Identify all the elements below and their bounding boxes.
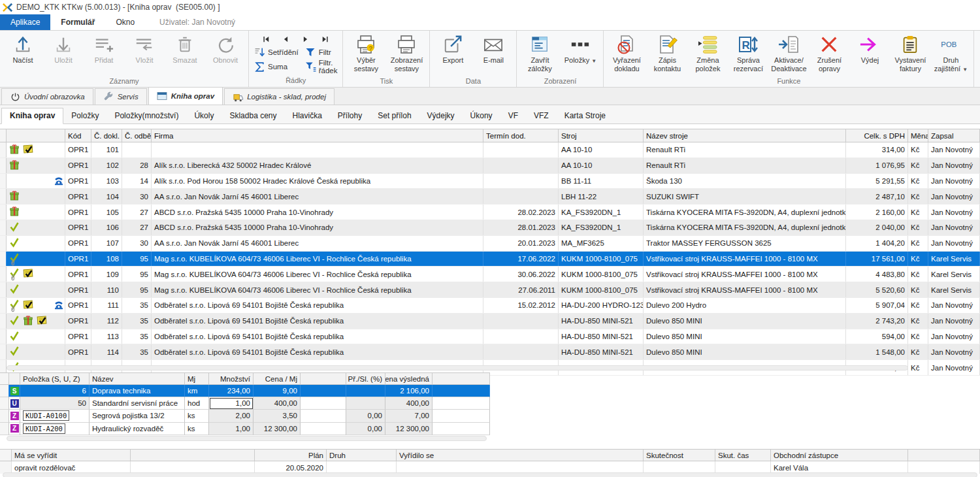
cell-stroj[interactable]: HA-DU-200 HYDRO-123 [559,298,644,313]
cell-kod[interactable]: OPR1 [65,282,91,297]
sub-tab-polo-ky[interactable]: Položky [63,108,106,123]
filter-row-button[interactable]: Filtr. řádek [305,59,338,74]
cell-termin[interactable] [483,142,559,157]
cell-odber[interactable]: 95 [122,267,152,282]
cell-odber[interactable]: 35 [122,314,152,329]
col-plan[interactable]: Plán [255,450,327,461]
sub-tab-set-p-loh[interactable]: Set příloh [370,108,419,123]
cell-termin[interactable]: 30.06.2022 [483,267,559,282]
cell-mnozstvi[interactable]: 2,00 [209,410,253,422]
cell-firma[interactable]: AA s.r.o. Jan Novák Jarní 45 46001 Liber… [152,189,483,204]
cell-zapsal[interactable]: Karel Servis [928,267,980,282]
col-termin[interactable]: Termín dod. [483,129,559,142]
cell-mena[interactable]: Kč [908,360,928,375]
cell-stroj[interactable]: AA 10-10 [559,142,644,157]
cell-zapsal[interactable]: Jan Novotný [928,236,980,251]
cell-termin[interactable] [483,329,559,344]
sub-tab-v-dejky[interactable]: Výdejky [419,108,463,123]
cell-firma[interactable]: Odběratel s.r.o. Lipová 69 54101 Bojiště… [152,298,483,313]
first-row-button[interactable] [261,35,272,44]
window-tab-logistika-sklad-prodej[interactable]: Logistika - sklad, prodej [224,88,335,105]
cell-pr-sl[interactable]: 0,00 [346,410,385,422]
cell-kod[interactable]: OPR1 [65,205,91,220]
sub-tab-karta-stroje[interactable]: Karta Stroje [557,108,613,123]
cell-nazev[interactable]: Hydraulický rozvaděč [90,423,185,435]
cell-zapsal[interactable]: Karel Servis [928,282,980,297]
cell-odber[interactable] [122,142,152,157]
col-celk[interactable]: Celk. s DPH [846,129,908,142]
cell-firma[interactable]: Alík s.r.o. Liberecká 432 50002 Hradec K… [152,158,483,173]
orders-row-104[interactable]: OPR110430AA s.r.o. Jan Novák Jarní 45 46… [0,189,980,205]
cell-dokl[interactable]: 110 [91,282,122,297]
tasks-hscrollbar[interactable] [3,472,977,477]
cell-stroj[interactable]: AA 10-10 [559,158,644,173]
cell-odber[interactable]: 95 [122,282,152,297]
cell-mena[interactable]: Kč [908,205,928,220]
cell-dokl[interactable]: 106 [91,220,122,235]
cell-celk[interactable]: 4 483,80 [846,267,908,282]
cell-odber[interactable]: 14 [122,174,152,189]
window-tab-kniha-oprav[interactable]: Kniha oprav [148,87,223,105]
orders-row-110[interactable]: OPR111095Mag s.r.o. KUBELÍKOVA 604/73 46… [0,282,980,298]
cell-cena-mj[interactable]: 9,00 [253,385,301,397]
pob-button[interactable]: POBDruh zajištění ▼ [930,32,971,73]
email-button[interactable]: E-mail [473,32,514,65]
cell-celk[interactable]: 2 040,00 [846,220,908,235]
cell-kod[interactable]: OPR1 [65,142,91,157]
cell-dokl[interactable]: 108 [91,252,122,267]
col-zapsal[interactable]: Zapsal [928,129,980,142]
cell-nazev[interactable]: Škoda 130 [644,174,846,189]
cell-kod[interactable]: OPR1 [65,298,91,313]
cell-firma[interactable]: Mag s.r.o. KUBELÍKOVA 604/73 46006 Liber… [152,252,483,267]
cell-nazev[interactable]: Dulevo 850 MINI [644,314,846,329]
cell-firma[interactable]: Mag s.r.o. KUBELÍKOVA 604/73 46006 Liber… [152,282,483,297]
cell-mj[interactable]: km [185,385,209,397]
cell-zapsal[interactable]: Jan Novotný [928,174,980,189]
cell-nazev[interactable]: Segrová pojistka 13/2 [90,410,185,422]
cell-stroj[interactable]: MA_MF3625 [559,236,644,251]
cell-stroj[interactable]: HA-DU-850 MINI-521 [559,314,644,329]
cell-nazev[interactable]: Standardní servisní práce [90,397,185,410]
refresh-button[interactable]: Obnovit [205,32,246,65]
cell-nazev[interactable]: Renault RTi [644,142,846,157]
add-button[interactable]: Přidat [84,32,124,65]
col-odber[interactable]: Č. odběr. [122,129,152,142]
cell-dokl[interactable]: 103 [91,174,122,189]
cell-mj[interactable]: ks [185,423,209,435]
item-code-box[interactable]: KUDI-A200 [23,423,65,434]
cell-stroj[interactable]: BB 11-11 [559,174,644,189]
cell-mnozstvi[interactable]: 234,00 [209,385,253,397]
orders-row-111[interactable]: OPR111135Odběratel s.r.o. Lipová 69 5410… [0,298,980,314]
cell-nazev[interactable]: Renault RTi [644,158,846,173]
col-mena[interactable]: Měna [908,129,928,142]
cell-firma[interactable]: Odběratel s.r.o. Lipová 69 54101 Bojiště… [152,314,483,329]
cell-nazev[interactable]: Vstřikovací stroj KRAUSS-MAFFEI 1000 - 8… [644,252,846,267]
cell-odber[interactable]: 35 [122,329,152,344]
col-nazev[interactable]: Název stroje [644,129,846,142]
cell-zapsal[interactable]: Karel Servis [928,252,980,267]
col-mj[interactable]: Mj [185,373,209,384]
cell-odber[interactable]: 30 [122,236,152,251]
orders-row-106[interactable]: OPR110627ABCD s.r.o. Pražská 5435 10000 … [0,220,980,236]
cell-kod[interactable]: OPR1 [65,344,91,359]
cell-zapsal[interactable]: Jan Novotný [928,220,980,235]
col-pr-sl[interactable]: Př./Sl. (%) [346,373,385,384]
cell-nazev[interactable]: Traktor MASSEY FERGUSSON 3625 [644,236,846,251]
cell-dokl[interactable]: 104 [91,189,122,204]
cell-celk[interactable]: 594,00 [846,329,908,344]
cell-termin[interactable] [483,189,559,204]
col-stroj[interactable]: Stroj [559,129,644,142]
cell-odber[interactable]: 30 [122,189,152,204]
col-obchodni-zastupce[interactable]: Obchodní zástupce [771,450,908,461]
cell-polozka[interactable]: 6 [20,385,90,397]
cell-odber[interactable]: 27 [122,205,152,220]
cell-nazev[interactable]: Vstřikovací stroj KRAUSS-MAFFEI 1000 - 8… [644,267,846,282]
cell-dokl[interactable]: 114 [91,344,122,359]
col-polozka[interactable]: Položka (S, U, Z) [20,373,90,384]
change-items-button[interactable]: Změna položek [687,32,728,73]
cell-celk[interactable]: 5 291,55 [846,174,908,189]
col-skutecnost[interactable]: Skutečnost [644,450,715,461]
menu-tab-okno[interactable]: Okno [105,14,145,30]
items-row[interactable]: ZKUDI-A0100Segrová pojistka 13/2ks2,003,… [0,410,490,422]
sum-button[interactable]: Suma [254,59,299,74]
